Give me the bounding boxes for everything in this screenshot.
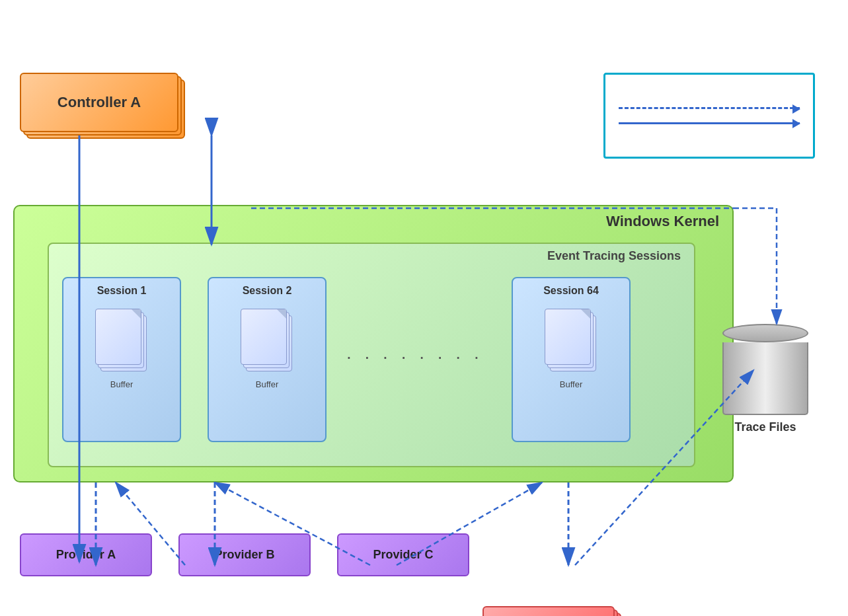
provider-b-box: Provider B xyxy=(178,533,311,576)
session-64-box: Session 64 Buffer xyxy=(512,277,631,442)
provider-c-box: Provider C xyxy=(337,533,469,576)
cylinder-top xyxy=(722,324,808,342)
consumer-card-front: Consumer xyxy=(482,606,615,616)
legend-dashed-row xyxy=(619,107,800,109)
provider-c-label: Provider C xyxy=(373,548,433,562)
buffer-page-2-1 xyxy=(241,309,287,365)
provider-a-box: Provider A xyxy=(20,533,152,576)
legend-box xyxy=(603,73,815,159)
session-64-buffer-label: Buffer xyxy=(560,379,582,389)
cylinder-body xyxy=(722,342,808,415)
provider-b-label: Provider B xyxy=(214,548,274,562)
session-2-buffer-label: Buffer xyxy=(256,379,278,389)
buffer-page-64-1 xyxy=(545,309,591,365)
kernel-label: Windows Kernel xyxy=(606,213,719,230)
session-1-box: Session 1 Buffer xyxy=(62,277,181,442)
diagram-container: Controller A Windows Kernel Event Tracin… xyxy=(0,0,848,616)
session-2-box: Session 2 Buffer xyxy=(208,277,327,442)
session-1-buffer-label: Buffer xyxy=(110,379,133,389)
session-64-buffer-icon: Buffer xyxy=(545,309,597,375)
controller-card-front: Controller A xyxy=(20,73,178,132)
controller-label: Controller A xyxy=(58,94,141,111)
trace-files-label: Trace Files xyxy=(722,420,808,434)
sessions-label: Event Tracing Sessions xyxy=(547,249,681,263)
trace-files: Trace Files xyxy=(722,324,808,434)
session-64-label: Session 64 xyxy=(543,285,599,297)
session-2-label: Session 2 xyxy=(243,285,292,297)
sessions-box: Event Tracing Sessions Session 1 Buffer … xyxy=(48,243,695,467)
session-1-label: Session 1 xyxy=(97,285,147,297)
provider-a-label: Provider A xyxy=(56,548,116,562)
kernel-box: Windows Kernel Event Tracing Sessions Se… xyxy=(13,205,734,482)
dots-separator: · · · · · · · · xyxy=(346,346,483,367)
buffer-page-1-1 xyxy=(95,309,141,365)
session-1-buffer-icon: Buffer xyxy=(95,309,148,375)
session-2-buffer-icon: Buffer xyxy=(241,309,293,375)
legend-solid-row xyxy=(619,122,800,124)
